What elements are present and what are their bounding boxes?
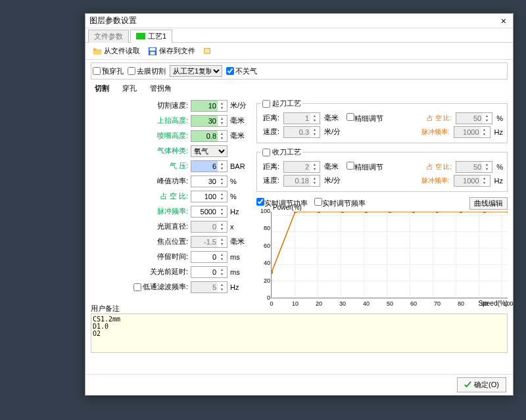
field-pulse: 脉冲频率:▴▾Hz <box>91 204 250 218</box>
svg-rect-2 <box>151 51 155 54</box>
field-label: 气体种类: <box>139 146 188 156</box>
tab-file-params[interactable]: 文件参数 <box>88 30 129 43</box>
tab-corner[interactable]: 管拐角 <box>147 82 174 95</box>
notes-textarea[interactable]: CS1.2mm D1.0 O2 <box>91 314 508 353</box>
field-spot: 光斑直径:▴▾x <box>91 220 250 233</box>
svg-rect-4 <box>272 271 273 273</box>
window-title: 图层参数设置 <box>89 15 137 26</box>
realtime-freq-checkbox[interactable]: 实时调节频率 <box>314 198 366 208</box>
group-row: 速度:▴▾米/分 脉冲频率:▴▾Hz <box>261 125 503 139</box>
spinner[interactable]: ▴▾ <box>191 100 227 112</box>
film-cut-checkbox[interactable]: 去膜切割 <box>128 66 166 76</box>
note-button[interactable] <box>200 45 216 57</box>
spin-arrows[interactable]: ▴▾ <box>218 283 226 292</box>
titlebar: 图层参数设置 × <box>85 14 513 28</box>
tab-process1[interactable]: 工艺1 <box>130 30 172 43</box>
power-curve-chart[interactable]: Power(%) Speed(%) 0204060801000102030405… <box>271 212 508 298</box>
spinner[interactable]: ▴▾ <box>191 160 227 172</box>
unit: Hz <box>230 208 250 216</box>
spin-arrows[interactable]: ▴▾ <box>218 222 226 231</box>
save-icon <box>148 47 157 56</box>
spin-arrows[interactable]: ▴▾ <box>310 114 318 123</box>
spinner[interactable]: ▴▾ <box>191 130 227 142</box>
spin-arrows[interactable]: ▴▾ <box>310 162 318 172</box>
notes-label: 用户备注 <box>91 304 508 314</box>
spin-arrows[interactable]: ▴▾ <box>481 176 489 185</box>
spin-arrows[interactable]: ▴▾ <box>310 128 318 137</box>
spinner[interactable]: ▴▾ <box>191 236 227 248</box>
spin-arrows[interactable]: ▴▾ <box>218 268 226 277</box>
button-label: 保存到文件 <box>159 46 195 56</box>
field-pressure: 气 压:▴▾BAR <box>91 159 250 173</box>
copy-from-select[interactable]: 从工艺1复制 <box>170 65 222 77</box>
curve-edit-button[interactable]: 曲线编辑 <box>469 197 508 210</box>
content: 预穿孔 去膜切割 从工艺1复制 不关气 切割 穿孔 管拐角 切割速度:▴▾米/分… <box>85 60 513 374</box>
svg-rect-1 <box>150 47 156 50</box>
svg-rect-10 <box>412 212 415 213</box>
notes-section: 用户备注 CS1.2mm D1.0 O2 <box>91 304 508 354</box>
spinner[interactable]: ▴▾ <box>456 161 492 173</box>
unit: Hz <box>230 283 250 291</box>
spin-arrows[interactable]: ▴▾ <box>310 176 318 185</box>
spinner[interactable]: ▴▾ <box>191 175 227 187</box>
read-from-file-button[interactable]: 从文件读取 <box>89 45 143 57</box>
field-cut_speed: 切割速度:▴▾米/分 <box>91 99 250 112</box>
folder-open-icon <box>93 47 102 56</box>
spinner[interactable]: ▴▾ <box>283 161 320 173</box>
spin-arrows[interactable]: ▴▾ <box>218 116 226 126</box>
lpf-checkbox[interactable]: 低通滤波频率: <box>133 282 188 292</box>
spin-arrows[interactable]: ▴▾ <box>218 177 226 186</box>
gas-type-select[interactable]: 氧气 <box>191 145 227 157</box>
spinner[interactable]: ▴▾ <box>456 112 492 124</box>
spin-arrows[interactable]: ▴▾ <box>218 162 226 171</box>
close-button[interactable]: × <box>498 16 509 26</box>
spin-arrows[interactable]: ▴▾ <box>218 101 226 110</box>
spinner[interactable]: ▴▾ <box>191 206 227 218</box>
spinner[interactable]: ▴▾ <box>191 115 227 127</box>
save-to-file-button[interactable]: 保存到文件 <box>145 45 199 57</box>
spinner[interactable]: ▴▾ <box>283 175 320 187</box>
field-label: 焦点位置: <box>139 237 188 246</box>
spin-arrows[interactable]: ▴▾ <box>481 128 489 137</box>
spin-arrows[interactable]: ▴▾ <box>218 207 226 216</box>
spin-arrows[interactable]: ▴▾ <box>218 192 226 201</box>
spinner[interactable]: ▴▾ <box>454 126 490 138</box>
group-title[interactable]: 起刀工艺 <box>261 99 302 108</box>
spinner[interactable]: ▴▾ <box>191 191 227 202</box>
group-title[interactable]: 收刀工艺 <box>261 147 302 157</box>
field-duty: 占 空 比:▴▾% <box>91 189 250 203</box>
fine-adjust-checkbox[interactable]: 精细调节 <box>347 162 383 172</box>
spinner[interactable]: ▴▾ <box>283 112 320 124</box>
spin-arrows[interactable]: ▴▾ <box>483 162 490 172</box>
svg-rect-9 <box>389 212 391 213</box>
spinner[interactable]: ▴▾ <box>283 126 320 138</box>
spinner[interactable]: ▴▾ <box>191 266 227 278</box>
field-label: 切割速度: <box>139 101 188 110</box>
spin-arrows[interactable]: ▴▾ <box>483 114 490 123</box>
tab-label: 文件参数 <box>94 32 123 41</box>
field-dwell: 停留时间:▴▾ms <box>91 250 250 264</box>
pre-pierce-checkbox[interactable]: 预穿孔 <box>93 66 124 76</box>
spin-arrows[interactable]: ▴▾ <box>218 237 226 246</box>
spin-arrows[interactable]: ▴▾ <box>218 131 226 141</box>
svg-rect-12 <box>460 212 462 213</box>
svg-rect-13 <box>483 212 486 213</box>
tab-pierce[interactable]: 穿孔 <box>120 82 139 95</box>
spin-arrows[interactable]: ▴▾ <box>218 252 226 262</box>
spinner[interactable]: ▴▾ <box>191 251 227 263</box>
fine-adjust-checkbox[interactable]: 精细调节 <box>347 113 383 124</box>
top-tabs: 文件参数 工艺1 <box>85 28 513 43</box>
field-focus: 焦点位置:▴▾毫米 <box>91 235 250 248</box>
spinner[interactable]: ▴▾ <box>454 175 490 187</box>
unit: x <box>230 223 250 231</box>
field-lift: 上抬高度:▴▾毫米 <box>91 114 250 128</box>
field-peak_pw: 峰值功率:▴▾% <box>91 174 250 188</box>
no-gas-off-checkbox[interactable]: 不关气 <box>226 66 257 76</box>
unit: ms <box>230 253 250 261</box>
dialog-window: 图层参数设置 × 文件参数 工艺1 从文件读取 保存到文件 预穿孔 去膜切割 从… <box>85 13 514 396</box>
tab-cut[interactable]: 切割 <box>92 82 112 95</box>
spinner[interactable]: ▴▾ <box>191 281 227 293</box>
spinner[interactable]: ▴▾ <box>191 221 227 233</box>
ok-button[interactable]: 确定(O) <box>457 377 506 392</box>
svg-rect-5 <box>294 212 297 213</box>
